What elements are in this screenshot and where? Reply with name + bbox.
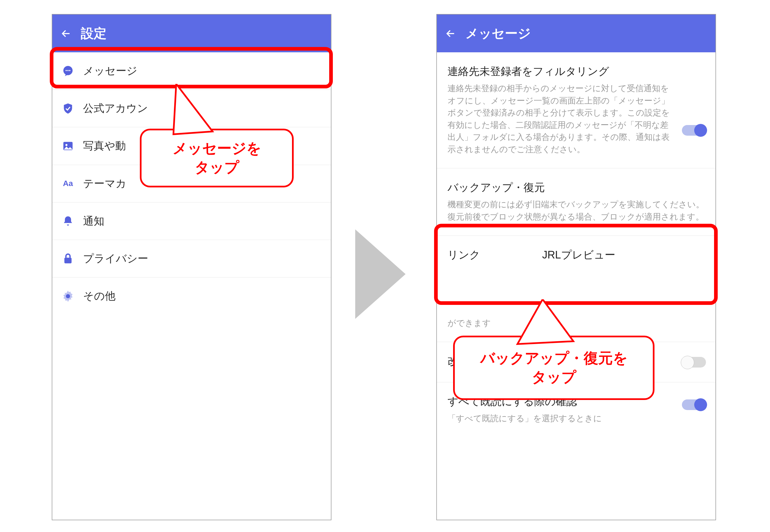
toggle-enter-send[interactable] — [682, 357, 706, 368]
setting-filter-unknown[interactable]: 連絡先未登録者をフィルタリング 連絡先未登録の相手からのメッセージに対して受信通… — [437, 52, 715, 168]
setting-title: 連絡先未登録者をフィルタリング — [448, 63, 674, 79]
callout-line: タップ — [195, 158, 239, 177]
title-fragment: JRLプレビュー — [542, 249, 615, 261]
settings-row-privacy[interactable]: プライバシー — [52, 240, 331, 277]
toggle-read-all[interactable] — [682, 399, 706, 410]
settings-label: メッセージ — [83, 63, 137, 78]
phone-messages: メッセージ 連絡先未登録者をフィルタリング 連絡先未登録の相手からのメッセージに… — [436, 14, 716, 520]
lock-icon — [62, 253, 74, 265]
toggle-filter[interactable] — [682, 125, 706, 136]
back-arrow-icon[interactable] — [61, 28, 71, 39]
shield-icon — [62, 102, 74, 115]
back-arrow-icon[interactable] — [445, 28, 456, 39]
settings-label: その他 — [83, 289, 116, 303]
settings-label: 公式アカウン — [83, 101, 148, 116]
setting-backup-restore[interactable]: バックアップ・復元 機種変更の前には必ず旧端末でバックアップを実施してください。… — [437, 168, 715, 236]
page-title: 設定 — [81, 25, 107, 42]
setting-title: リンク JRLプレビュー — [448, 247, 705, 263]
svg-point-2 — [67, 70, 69, 71]
callout-tail-icon — [162, 84, 235, 145]
title-fragment: リンク — [448, 249, 480, 261]
settings-label: テーマカ — [83, 176, 126, 191]
svg-marker-8 — [517, 299, 573, 344]
setting-desc: 機種変更の前には必ず旧端末でバックアップを実施してください。復元前後でブロック状… — [448, 198, 705, 223]
gear-icon — [62, 290, 74, 302]
setting-desc: 「すべて既読にする」を選択するときに — [448, 412, 705, 425]
aa-icon: Aa — [62, 177, 74, 190]
svg-point-1 — [65, 70, 67, 71]
setting-title: バックアップ・復元 — [448, 180, 705, 196]
bell-icon — [62, 215, 74, 227]
svg-rect-6 — [64, 258, 72, 263]
setting-desc: ができます — [448, 317, 491, 329]
page-title: メッセージ — [465, 25, 531, 42]
chat-icon — [62, 65, 74, 77]
appbar: メッセージ — [437, 15, 715, 52]
settings-label: 通知 — [83, 214, 104, 229]
callout-line: バックアップ・復元を — [480, 349, 628, 368]
setting-desc: 連絡先未登録の相手からのメッセージに対して受信通知をオフにし、メッセージ一覧の画… — [448, 82, 674, 155]
svg-point-3 — [69, 70, 70, 71]
svg-marker-7 — [173, 84, 213, 134]
svg-point-5 — [65, 144, 67, 146]
settings-label: 写真や動 — [83, 138, 126, 153]
image-icon — [62, 140, 74, 152]
settings-label: プライバシー — [83, 251, 148, 266]
settings-row-other[interactable]: その他 — [52, 277, 331, 315]
arrow-icon — [355, 229, 406, 319]
callout-line: タップ — [532, 368, 576, 387]
callout-tail-icon — [512, 299, 590, 350]
settings-row-notifications[interactable]: 通知 — [52, 203, 331, 240]
appbar: 設定 — [52, 15, 331, 52]
